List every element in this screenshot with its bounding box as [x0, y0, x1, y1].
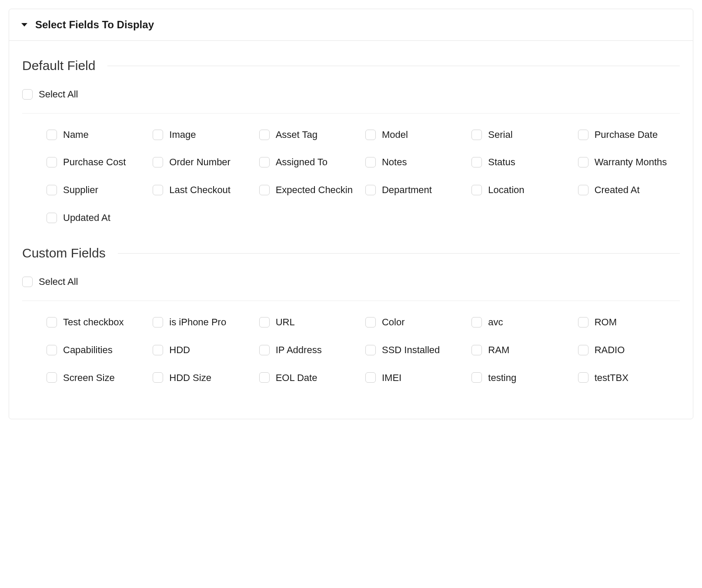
checkbox[interactable]: [578, 185, 588, 195]
divider: [107, 66, 680, 66]
field-label: RADIO: [595, 344, 625, 357]
field-url[interactable]: URL: [259, 316, 361, 329]
checkbox[interactable]: [153, 130, 163, 140]
checkbox[interactable]: [365, 185, 376, 195]
checkbox[interactable]: [22, 277, 33, 287]
field-serial[interactable]: Serial: [471, 128, 573, 141]
default-fields-grid: Name Image Asset Tag Model Serial Purcha…: [22, 128, 680, 224]
field-image[interactable]: Image: [153, 128, 254, 141]
select-all-default[interactable]: Select All: [22, 88, 680, 101]
field-label: Purchase Date: [595, 128, 658, 141]
field-name[interactable]: Name: [47, 128, 148, 141]
select-all-label: Select All: [39, 275, 78, 288]
checkbox[interactable]: [259, 372, 270, 383]
section-header: Custom Fields: [22, 246, 680, 261]
checkbox[interactable]: [471, 157, 482, 167]
checkbox[interactable]: [47, 157, 57, 167]
checkbox[interactable]: [22, 89, 33, 100]
field-testing[interactable]: testing: [471, 371, 573, 384]
field-ip-address[interactable]: IP Address: [259, 344, 361, 357]
checkbox[interactable]: [153, 157, 163, 167]
checkbox[interactable]: [365, 130, 376, 140]
field-ram[interactable]: RAM: [471, 344, 573, 357]
field-label: URL: [276, 316, 295, 329]
select-all-label: Select All: [39, 88, 78, 101]
checkbox[interactable]: [153, 185, 163, 195]
field-location[interactable]: Location: [471, 184, 573, 197]
field-imei[interactable]: IMEI: [365, 371, 467, 384]
field-label: Assigned To: [276, 156, 328, 169]
checkbox[interactable]: [47, 185, 57, 195]
checkbox[interactable]: [471, 372, 482, 383]
field-radio[interactable]: RADIO: [578, 344, 680, 357]
field-warranty-months[interactable]: Warranty Months: [578, 156, 680, 169]
checkbox[interactable]: [365, 372, 376, 383]
field-avc[interactable]: avc: [471, 316, 573, 329]
field-label: IP Address: [276, 344, 322, 357]
field-updated-at[interactable]: Updated At: [47, 211, 148, 224]
field-capabilities[interactable]: Capabilities: [47, 344, 148, 357]
checkbox[interactable]: [578, 130, 588, 140]
field-color[interactable]: Color: [365, 316, 467, 329]
checkbox[interactable]: [153, 345, 163, 355]
field-test-checkbox[interactable]: Test checkbox: [47, 316, 148, 329]
divider: [118, 253, 680, 254]
checkbox[interactable]: [578, 345, 588, 355]
field-screen-size[interactable]: Screen Size: [47, 371, 148, 384]
checkbox[interactable]: [471, 317, 482, 327]
field-label: Warranty Months: [595, 156, 667, 169]
field-label: Model: [382, 128, 408, 141]
field-label: RAM: [488, 344, 509, 357]
field-label: EOL Date: [276, 371, 318, 384]
field-last-checkout[interactable]: Last Checkout: [153, 184, 254, 197]
checkbox[interactable]: [47, 213, 57, 223]
checkbox[interactable]: [578, 372, 588, 383]
field-ssd-installed[interactable]: SSD Installed: [365, 344, 467, 357]
field-model[interactable]: Model: [365, 128, 467, 141]
field-expected-checkin[interactable]: Expected Checkin: [259, 184, 361, 197]
checkbox[interactable]: [578, 157, 588, 167]
field-created-at[interactable]: Created At: [578, 184, 680, 197]
field-status[interactable]: Status: [471, 156, 573, 169]
field-is-iphone-pro[interactable]: is iPhone Pro: [153, 316, 254, 329]
field-department[interactable]: Department: [365, 184, 467, 197]
field-supplier[interactable]: Supplier: [47, 184, 148, 197]
field-rom[interactable]: ROM: [578, 316, 680, 329]
field-assigned-to[interactable]: Assigned To: [259, 156, 361, 169]
checkbox[interactable]: [153, 317, 163, 327]
divider: [22, 301, 680, 301]
field-purchase-date[interactable]: Purchase Date: [578, 128, 680, 141]
field-label: testing: [488, 371, 516, 384]
field-label: Updated At: [63, 211, 110, 224]
checkbox[interactable]: [471, 345, 482, 355]
select-all-custom[interactable]: Select All: [22, 275, 680, 288]
field-asset-tag[interactable]: Asset Tag: [259, 128, 361, 141]
field-label: testTBX: [595, 371, 628, 384]
field-label: Name: [63, 128, 89, 141]
checkbox[interactable]: [259, 130, 270, 140]
panel-header[interactable]: Select Fields To Display: [9, 9, 693, 41]
checkbox[interactable]: [471, 185, 482, 195]
field-purchase-cost[interactable]: Purchase Cost: [47, 156, 148, 169]
field-hdd-size[interactable]: HDD Size: [153, 371, 254, 384]
field-notes[interactable]: Notes: [365, 156, 467, 169]
checkbox[interactable]: [259, 185, 270, 195]
field-label: Expected Checkin: [276, 184, 353, 197]
checkbox[interactable]: [47, 345, 57, 355]
checkbox[interactable]: [578, 317, 588, 327]
checkbox[interactable]: [259, 345, 270, 355]
checkbox[interactable]: [365, 345, 376, 355]
checkbox[interactable]: [471, 130, 482, 140]
checkbox[interactable]: [47, 130, 57, 140]
field-testtbx[interactable]: testTBX: [578, 371, 680, 384]
checkbox[interactable]: [47, 372, 57, 383]
checkbox[interactable]: [365, 157, 376, 167]
field-eol-date[interactable]: EOL Date: [259, 371, 361, 384]
checkbox[interactable]: [153, 372, 163, 383]
field-order-number[interactable]: Order Number: [153, 156, 254, 169]
checkbox[interactable]: [47, 317, 57, 327]
checkbox[interactable]: [259, 157, 270, 167]
checkbox[interactable]: [365, 317, 376, 327]
field-hdd[interactable]: HDD: [153, 344, 254, 357]
checkbox[interactable]: [259, 317, 270, 327]
